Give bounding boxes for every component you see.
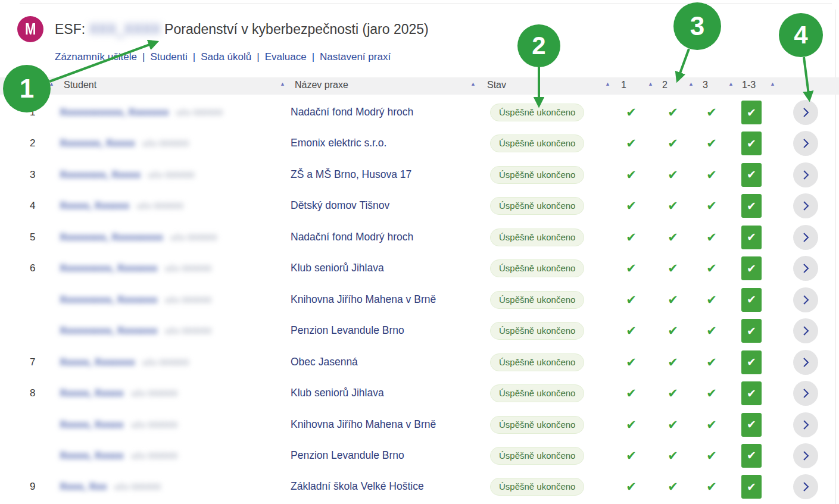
column-header-1-3[interactable]: 1-3: [742, 80, 756, 90]
sort-asc-icon[interactable]: ▲: [470, 82, 476, 87]
student-uco-blurred: učo 000000: [163, 295, 212, 305]
check-icon: ✔: [653, 136, 693, 151]
row-detail-button[interactable]: [793, 256, 818, 281]
status-badge: Úspěšně ukončeno: [490, 322, 584, 340]
student-name-link[interactable]: Xxxxx, Xxxxx učo 000000: [60, 419, 177, 431]
check-icon: ✔: [691, 230, 732, 245]
summary-checkbox[interactable]: ✔: [741, 350, 762, 374]
summary-checkbox[interactable]: ✔: [741, 132, 762, 155]
check-icon: ✔: [653, 479, 693, 494]
top-divider: [20, 4, 832, 4]
check-icon: ✔: [611, 198, 651, 214]
row-detail-button[interactable]: [793, 474, 818, 499]
row-detail-button[interactable]: [793, 318, 818, 343]
row-detail-button[interactable]: [793, 225, 818, 250]
check-icon: ✔: [691, 355, 732, 370]
row-detail-button[interactable]: [793, 131, 818, 156]
student-name-blurred: Xxxxx, Xxxxxx: [60, 200, 129, 211]
row-detail-button[interactable]: [793, 381, 818, 406]
tab-studenti[interactable]: Studenti: [150, 51, 187, 62]
check-icon: ✔: [653, 230, 693, 245]
check-icon: ✔: [653, 323, 693, 339]
student-name-link[interactable]: Xxxxxxxxx, Xxxxxxx učo 000000: [60, 325, 211, 337]
tab-nastaveni-praxi[interactable]: Nastavení praxí: [320, 51, 391, 62]
sort-asc-icon[interactable]: ▲: [688, 82, 694, 87]
student-name-blurred: Xxxxxxxx, Xxxxxxxxx: [60, 231, 163, 243]
table-row: 4 Xxxxx, Xxxxxx učo 000000 Dětský domov …: [0, 190, 839, 221]
student-name-blurred: Xxxxx, Xxxxx: [60, 387, 124, 399]
muni-logo[interactable]: M: [17, 16, 43, 42]
row-detail-button[interactable]: [793, 193, 818, 218]
student-name-blurred: Xxxxx, Xxxxx: [60, 450, 124, 461]
column-header-1[interactable]: 1: [621, 80, 626, 90]
course-faculty-prefix: ESF:: [55, 21, 85, 37]
student-name-link[interactable]: Xxxxxxx, Xxxxx učo 000000: [60, 137, 189, 149]
check-icon: ✔: [653, 417, 693, 433]
summary-checkbox[interactable]: ✔: [741, 288, 762, 312]
nav-separator: |: [142, 51, 145, 62]
row-detail-button[interactable]: [793, 100, 818, 125]
table-row: 8 Xxxxx, Xxxxx učo 000000 Klub seniorů J…: [0, 378, 839, 409]
row-detail-button[interactable]: [793, 287, 818, 312]
check-icon: ✔: [691, 479, 732, 494]
student-uco-blurred: učo 000000: [163, 263, 212, 273]
annotation-badge-3: 3: [673, 2, 721, 50]
practice-name: Obec Jasenná: [291, 356, 358, 368]
check-icon: ✔: [653, 105, 693, 120]
summary-checkbox[interactable]: ✔: [741, 381, 762, 405]
tab-evaluace[interactable]: Evaluace: [265, 51, 307, 62]
summary-checkbox[interactable]: ✔: [741, 319, 762, 343]
column-header-2[interactable]: 2: [662, 80, 668, 90]
summary-checkbox[interactable]: ✔: [741, 475, 762, 499]
sort-asc-icon[interactable]: ▲: [728, 82, 734, 87]
row-detail-button[interactable]: [793, 443, 818, 468]
row-detail-button[interactable]: [793, 162, 818, 187]
sort-asc-icon[interactable]: ▲: [605, 82, 610, 87]
row-number: 7: [30, 356, 35, 368]
check-icon: ✔: [653, 198, 693, 214]
student-name-link[interactable]: Xxxxx, Xxxxxx učo 000000: [60, 200, 183, 212]
row-number: 8: [30, 387, 35, 399]
student-name-link[interactable]: Xxxx, Xxx učo 000000: [60, 481, 161, 493]
student-name-link[interactable]: Xxxxxxxx, Xxxxxxxxx učo 000000: [60, 231, 217, 243]
check-icon: ✔: [653, 167, 693, 183]
tab-sada-ukolu[interactable]: Sada úkolů: [201, 51, 251, 62]
student-name-link[interactable]: Xxxxxxxxx, Xxxxxxx učo 000000: [60, 294, 211, 306]
sort-asc-icon[interactable]: ▲: [280, 82, 285, 87]
sort-asc-icon[interactable]: ▲: [770, 82, 775, 87]
summary-checkbox[interactable]: ✔: [741, 101, 762, 124]
student-name-link[interactable]: Xxxxx, Xxxxxxx učo 000000: [60, 356, 189, 368]
row-detail-button[interactable]: [793, 350, 818, 375]
practice-name: Emonix elektric s.r.o.: [291, 137, 386, 149]
row-detail-button[interactable]: [793, 412, 818, 437]
row-number: 6: [30, 262, 35, 274]
summary-checkbox[interactable]: ✔: [741, 444, 762, 468]
column-header-3[interactable]: 3: [703, 80, 708, 90]
summary-checkbox[interactable]: ✔: [741, 194, 762, 218]
chevron-right-icon: [800, 262, 812, 274]
student-uco-blurred: učo 000000: [129, 420, 178, 430]
student-name-link[interactable]: Xxxxxxxx, Xxxxx učo 000000: [60, 169, 195, 181]
summary-checkbox[interactable]: ✔: [741, 256, 762, 280]
student-name-blurred: Xxxx, Xxx: [60, 481, 107, 492]
student-name-link[interactable]: Xxxxxxxxxxx, Xxxxxxx učo 000000: [60, 107, 223, 118]
chevron-right-icon: [800, 137, 812, 149]
column-header-praxe[interactable]: Název praxe: [295, 80, 348, 90]
student-name-link[interactable]: Xxxxxxxxx, Xxxxxxx učo 000000: [60, 262, 211, 274]
check-icon: ✔: [691, 323, 732, 339]
student-name-blurred: Xxxxxxxxxxx, Xxxxxxx: [60, 107, 169, 118]
chevron-right-icon: [800, 325, 812, 337]
status-badge: Úspěšně ukončeno: [490, 134, 584, 152]
summary-checkbox[interactable]: ✔: [741, 163, 762, 187]
status-badge: Úspěšně ukončeno: [490, 104, 584, 121]
student-name-link[interactable]: Xxxxx, Xxxxx učo 000000: [60, 450, 177, 462]
sort-asc-icon[interactable]: ▲: [648, 82, 653, 87]
student-name-link[interactable]: Xxxxx, Xxxxx učo 000000: [60, 387, 177, 399]
column-header-student[interactable]: Student: [64, 80, 96, 90]
tab-zaznamnik-ucitele[interactable]: Záznamník učitele: [55, 51, 137, 62]
summary-checkbox[interactable]: ✔: [741, 413, 762, 437]
summary-checkbox[interactable]: ✔: [741, 226, 762, 249]
row-number: 2: [30, 137, 35, 149]
practice-name: Knihovna Jiřího Mahena v Brně: [291, 293, 436, 306]
column-header-stav[interactable]: Stav: [487, 80, 506, 90]
